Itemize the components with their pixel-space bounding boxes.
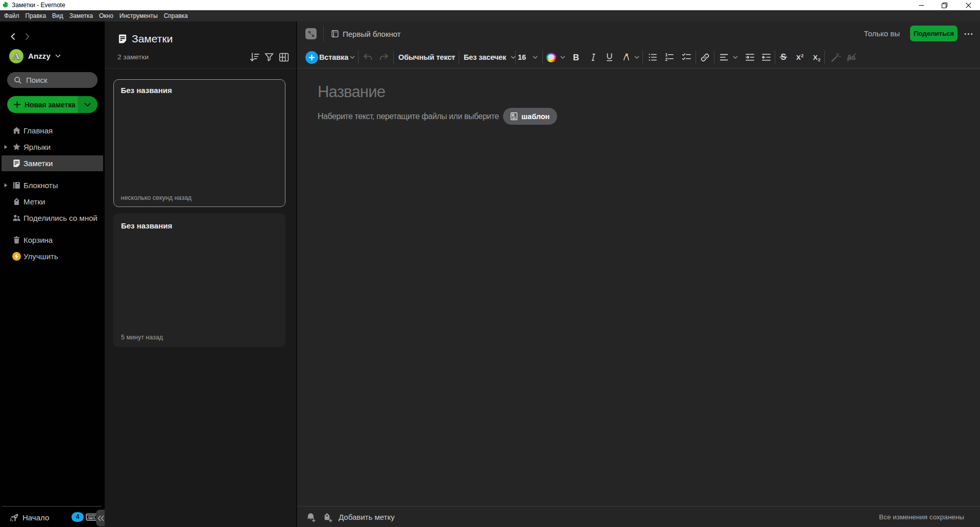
toolbar-divider bbox=[515, 51, 516, 64]
expander-icon[interactable] bbox=[4, 183, 8, 188]
insert-label-button[interactable]: Вставка bbox=[319, 46, 348, 68]
start-label[interactable]: Начало bbox=[22, 511, 49, 524]
strikethrough-button[interactable]: S bbox=[778, 46, 788, 68]
note-title-input[interactable]: Название bbox=[318, 83, 385, 101]
insert-chevron[interactable] bbox=[349, 46, 355, 68]
underline-button[interactable] bbox=[604, 46, 615, 68]
indent-button[interactable] bbox=[745, 46, 755, 68]
chevron-down-icon bbox=[560, 56, 565, 59]
tag-add-icon[interactable] bbox=[322, 512, 333, 523]
link-button[interactable] bbox=[700, 46, 710, 68]
paragraph-style-dropdown[interactable]: Обычный текст bbox=[398, 46, 455, 68]
menu-note[interactable]: Заметка bbox=[66, 10, 96, 21]
highlight-button[interactable] bbox=[621, 46, 631, 68]
chevron-down-icon bbox=[533, 56, 538, 59]
highlight-chevron[interactable] bbox=[634, 46, 640, 68]
sidebar-item-notebooks[interactable]: Блокноты bbox=[0, 177, 105, 193]
bold-button[interactable]: B bbox=[571, 46, 581, 68]
evernote-window: Заметки - Evernote Файл Правка Вид Замет… bbox=[0, 0, 980, 527]
template-button[interactable]: шаблон bbox=[503, 108, 557, 125]
align-button[interactable] bbox=[719, 46, 729, 68]
bullet-list-button[interactable] bbox=[648, 46, 658, 68]
note-body-row: Наберите текст, перетащите файлы или выб… bbox=[318, 108, 557, 125]
template-label: шаблон bbox=[521, 112, 549, 121]
redo-button[interactable] bbox=[378, 46, 389, 68]
filter-button[interactable] bbox=[264, 52, 275, 63]
menu-window[interactable]: Окно bbox=[96, 10, 116, 21]
color-wheel-icon bbox=[546, 53, 556, 62]
font-family-dropdown[interactable]: Без засечек bbox=[464, 46, 506, 68]
search-placeholder: Поиск bbox=[26, 76, 47, 84]
sidebar: A Anzzy Поиск Новая заметка bbox=[0, 21, 105, 527]
new-note-dropdown[interactable] bbox=[78, 96, 98, 113]
menu-help[interactable]: Справка bbox=[161, 10, 191, 21]
menubar: Файл Правка Вид Заметка Окно Инструменты… bbox=[0, 10, 980, 21]
reminder-add-icon[interactable] bbox=[305, 512, 317, 523]
menu-edit[interactable]: Правка bbox=[22, 10, 50, 21]
sidebar-item-shared[interactable]: Поделились со мной bbox=[0, 210, 105, 226]
restore-button[interactable] bbox=[933, 0, 956, 10]
tag-icon bbox=[12, 197, 21, 206]
sort-button[interactable] bbox=[249, 52, 260, 63]
sidebar-item-notes[interactable]: Заметки bbox=[0, 155, 105, 171]
outdent-button[interactable] bbox=[761, 46, 772, 68]
notebook-selector[interactable]: Первый блокнот bbox=[331, 28, 401, 40]
text-color-button[interactable] bbox=[546, 46, 556, 68]
expand-note-button[interactable] bbox=[305, 28, 317, 39]
star-icon bbox=[12, 143, 21, 151]
note-card-1[interactable]: Без названия несколько секунд назад bbox=[113, 79, 285, 207]
menu-tools[interactable]: Инструменты bbox=[116, 10, 161, 21]
new-note-main[interactable]: Новая заметка bbox=[7, 96, 78, 113]
view-options-button[interactable] bbox=[278, 52, 290, 63]
shared-status: Только вы bbox=[864, 28, 900, 39]
chevron-down-icon bbox=[733, 56, 738, 59]
menu-file[interactable]: Файл bbox=[1, 10, 22, 21]
sidebar-item-label: Заметки bbox=[23, 155, 53, 171]
clear-formatting-button[interactable]: Aa bbox=[846, 46, 858, 68]
paragraph-style-chevron[interactable] bbox=[450, 46, 456, 68]
subscript-icon: X2 bbox=[813, 54, 820, 61]
sidebar-item-trash[interactable]: Корзина bbox=[0, 232, 105, 248]
underline-icon bbox=[604, 52, 615, 62]
superscript-icon: X2 bbox=[796, 54, 803, 61]
note-body-input[interactable]: Наберите текст, перетащите файлы или выб… bbox=[318, 112, 499, 121]
add-tag-button[interactable]: Добавить метку bbox=[339, 507, 395, 527]
redo-icon bbox=[378, 53, 389, 62]
close-button[interactable] bbox=[957, 0, 980, 10]
plus-icon bbox=[13, 101, 21, 108]
font-size-chevron[interactable] bbox=[532, 46, 538, 68]
subscript-button[interactable]: X2 bbox=[811, 46, 822, 68]
checklist-button[interactable] bbox=[681, 46, 692, 68]
sidebar-item-upgrade[interactable]: Улучшить bbox=[0, 248, 105, 264]
sidebar-item-home[interactable]: Главная bbox=[0, 123, 105, 139]
note-card-2[interactable]: Без названия 5 минут назад bbox=[113, 213, 285, 347]
toolbar-divider bbox=[542, 51, 543, 64]
superscript-button[interactable]: X2 bbox=[794, 46, 805, 68]
text-color-chevron[interactable] bbox=[560, 46, 566, 68]
font-size-dropdown[interactable]: 16 bbox=[518, 46, 526, 68]
keyboard-icon[interactable] bbox=[86, 513, 97, 521]
account-menu[interactable]: A Anzzy bbox=[9, 49, 61, 63]
share-button[interactable]: Поделиться bbox=[910, 26, 958, 41]
align-chevron[interactable] bbox=[732, 46, 738, 68]
sidebar-item-tags[interactable]: Метки bbox=[0, 194, 105, 210]
bolt-icon bbox=[14, 254, 19, 259]
ai-wand-button[interactable] bbox=[830, 46, 841, 68]
insert-button[interactable] bbox=[305, 46, 318, 68]
numbered-list-button[interactable]: 12 bbox=[664, 46, 675, 68]
search-input[interactable]: Поиск bbox=[7, 72, 98, 88]
sidebar-item-shortcuts[interactable]: Ярлыки bbox=[0, 139, 105, 155]
undo-button[interactable] bbox=[363, 46, 373, 68]
plus-icon bbox=[308, 54, 315, 61]
chevron-down-icon bbox=[84, 103, 91, 107]
collapse-sidebar-button[interactable] bbox=[96, 510, 105, 526]
italic-button[interactable] bbox=[588, 46, 599, 68]
menu-view[interactable]: Вид bbox=[49, 10, 66, 21]
new-note-button[interactable]: Новая заметка bbox=[7, 96, 98, 113]
nav-forward-button[interactable] bbox=[21, 30, 33, 42]
minimize-button[interactable] bbox=[910, 0, 933, 10]
nav-back-button[interactable] bbox=[7, 30, 19, 42]
note-card-title: Без названия bbox=[121, 221, 172, 230]
more-options-button[interactable] bbox=[961, 29, 975, 39]
expander-icon[interactable] bbox=[4, 145, 8, 149]
